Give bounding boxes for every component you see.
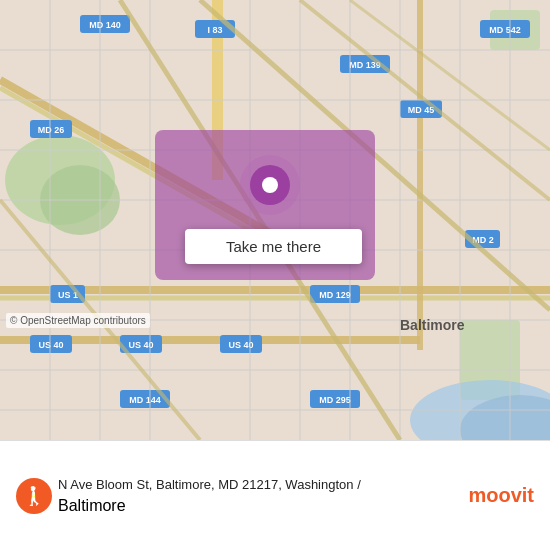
- svg-text:Baltimore: Baltimore: [400, 317, 465, 333]
- take-me-there-button[interactable]: Take me there: [185, 229, 362, 264]
- svg-text:MD 26: MD 26: [38, 125, 65, 135]
- copyright-notice: © OpenStreetMap contributors: [6, 313, 150, 328]
- map-pin: [240, 155, 300, 215]
- moovit-brand-name: moovit: [468, 484, 534, 507]
- moovit-logo: [16, 478, 58, 514]
- svg-text:MD 295: MD 295: [319, 395, 351, 405]
- svg-text:MD 129: MD 129: [319, 290, 351, 300]
- map-container: I 83 MD 140 MD 26 US 1 US 40 US 40 US 40…: [0, 0, 550, 440]
- pin-inner-circle: [250, 165, 290, 205]
- pin-outer-ring: [240, 155, 300, 215]
- footer-brand: Baltimore: [58, 497, 468, 515]
- moovit-person-icon: [16, 478, 52, 514]
- footer-address: N Ave Bloom St, Baltimore, MD 21217, Was…: [58, 476, 468, 494]
- svg-text:US 40: US 40: [38, 340, 63, 350]
- svg-text:MD 144: MD 144: [129, 395, 161, 405]
- footer-city: Baltimore: [58, 497, 126, 515]
- footer-text: N Ave Bloom St, Baltimore, MD 21217, Was…: [58, 476, 468, 514]
- svg-text:MD 140: MD 140: [89, 20, 121, 30]
- pin-dot: [262, 177, 278, 193]
- svg-text:MD 542: MD 542: [489, 25, 521, 35]
- footer: N Ave Bloom St, Baltimore, MD 21217, Was…: [0, 440, 550, 550]
- svg-text:I 83: I 83: [207, 25, 222, 35]
